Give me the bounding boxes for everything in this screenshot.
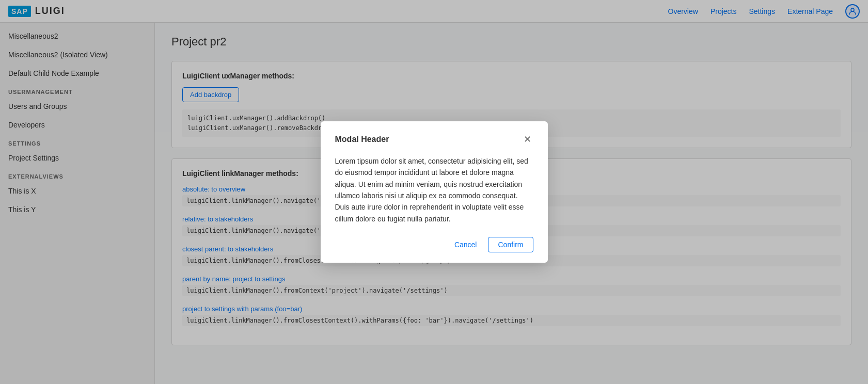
- backdrop-overlay: Modal Header ✕ Lorem tipsum dolor sit am…: [0, 0, 868, 384]
- modal-header: Modal Header ✕: [335, 134, 533, 145]
- modal-footer: Cancel Confirm: [335, 237, 533, 252]
- modal-body: Lorem tipsum dolor sit amet, consectetur…: [335, 155, 533, 225]
- modal-cancel-button[interactable]: Cancel: [448, 237, 483, 252]
- modal-dialog: Modal Header ✕ Lorem tipsum dolor sit am…: [321, 121, 548, 263]
- modal-close-button[interactable]: ✕: [522, 134, 533, 145]
- modal-title: Modal Header: [335, 135, 389, 144]
- modal-confirm-button[interactable]: Confirm: [488, 237, 533, 252]
